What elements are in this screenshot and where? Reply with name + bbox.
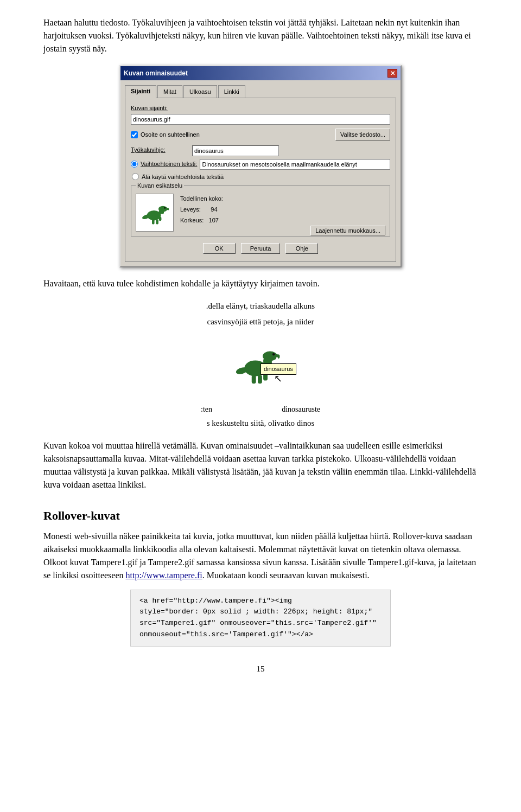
dino-preview-svg: [140, 198, 170, 228]
dialog-tab-content: Kuvan sijainti: Osoite on suhteellinen V…: [125, 98, 396, 263]
code-line-1: <a href="http://www.tampere.fi"><img: [139, 596, 382, 607]
help-button[interactable]: Ohje: [285, 243, 318, 254]
code-line-2: style="border: 0px solid ; width: 226px;…: [139, 606, 382, 618]
code-line-3: src="Tampere1.gif" onmouseover="this.src…: [139, 618, 382, 629]
tab-ulkoasu[interactable]: Ulkoasu: [183, 85, 217, 98]
dialog-close-button[interactable]: ✕: [387, 69, 397, 78]
ok-button[interactable]: OK: [203, 243, 236, 254]
dino-scene-left: :ten: [201, 404, 212, 415]
tooltip-row: Työkaluvihje:: [131, 145, 390, 156]
svg-rect-17: [258, 375, 262, 383]
alt-text-row: Vaihtoehtoinen teksti:: [131, 159, 390, 170]
preview-groupbox: Kuvan esikatselu: [131, 186, 390, 236]
tooltip-input[interactable]: [192, 145, 279, 156]
svg-rect-6: [152, 219, 155, 224]
dialog-tabs: Sijainti Mitat Ulkoasu Linkki: [125, 85, 396, 98]
location-label-text: Kuvan sijainti:: [131, 105, 168, 111]
svg-rect-3: [158, 210, 163, 214]
no-alt-radio[interactable]: [132, 173, 139, 180]
dino-big-container: dinosaurus ↖: [206, 331, 315, 401]
relative-url-label: Osoite on suhteellinen: [141, 130, 200, 139]
code-block: <a href="http://www.tampere.fi"><img sty…: [130, 590, 391, 647]
svg-rect-7: [156, 219, 158, 224]
dialog-wrapper: Kuvan ominaisuudet ✕ Sijainti Mitat Ulko…: [43, 65, 478, 267]
location-label: Kuvan sijainti:: [131, 104, 390, 113]
height-label: Korkeus:: [180, 217, 204, 223]
svg-rect-5: [158, 216, 161, 220]
relative-url-checkbox[interactable]: [131, 131, 138, 138]
dialog-title: Kuvan ominaisuudet: [124, 68, 188, 78]
alt-text-input[interactable]: [200, 159, 390, 170]
kuvan-koko-paragraph: Kuvan kokoa voi muuttaa hiirellä vetämäl…: [43, 439, 478, 491]
tooltip-label-underline: Työkaluvihje:: [131, 146, 166, 153]
location-input[interactable]: [131, 114, 390, 125]
relative-url-checkbox-row: Osoite on suhteellinen: [131, 130, 200, 139]
svg-rect-9: [167, 210, 168, 212]
code-line-4: onmouseout="this.src='Tampere1.gif'"></a…: [139, 629, 382, 641]
preview-info: Todellinen koko: Leveys: 94 Korkeus:: [180, 194, 385, 226]
tab-sijainti[interactable]: Sijainti: [125, 85, 156, 98]
intro-paragraph: Haetaan haluttu tiedosto. Työkaluvihjeen…: [43, 16, 478, 55]
preview-area: Todellinen koko: Leveys: 94 Korkeus:: [136, 194, 385, 232]
image-properties-dialog: Kuvan ominaisuudet ✕ Sijainti Mitat Ulko…: [119, 65, 402, 267]
dialog-body: Sijainti Mitat Ulkoasu Linkki Kuvan sija…: [120, 80, 401, 266]
svg-point-18: [272, 353, 275, 356]
width-row: Leveys: 94: [180, 204, 385, 215]
rollover-heading: Rollover-kuvat: [43, 507, 478, 525]
real-size-label: Todellinen koko:: [180, 194, 385, 204]
cancel-button[interactable]: Peruuta: [241, 243, 281, 254]
dino-scene-right: dinosauruste: [282, 404, 320, 415]
dino-scene-bottom: s keskusteltu siitä, olivatko dinos: [207, 417, 315, 430]
tab-mitat[interactable]: Mitat: [157, 85, 182, 98]
tab-linkki[interactable]: Linkki: [218, 85, 245, 98]
preview-right: Todellinen koko: Leveys: 94 Korkeus:: [180, 194, 385, 232]
dialog-buttons: OK Peruuta Ohje: [131, 243, 390, 256]
tampere-link[interactable]: http://www.tampere.fi: [126, 571, 202, 580]
tooltip-label: Työkaluvihje:: [131, 145, 188, 155]
dialog-titlebar: Kuvan ominaisuudet ✕: [120, 66, 401, 80]
dino-scene: .della elänyt, triaskaudella alkuns casv…: [43, 300, 478, 430]
after-dialog-paragraph: Havaitaan, että kuva tulee kohdistimen k…: [43, 277, 478, 290]
dino-scene-line2: casvinsyöjiä että petoja, ja niider: [207, 316, 314, 328]
choose-file-button[interactable]: Valitse tiedosto...: [335, 129, 390, 140]
height-row: Korkeus: 107: [180, 215, 385, 226]
preview-groupbox-label: Kuvan esikatselu: [136, 181, 184, 190]
rollover-para1-end: . Muokataan koodi seuraavan kuvan mukais…: [202, 571, 370, 580]
dino-scene-sides: :ten dinosauruste: [201, 404, 320, 415]
checkbox-and-choose-row: Osoite on suhteellinen Valitse tiedosto.…: [131, 127, 390, 142]
location-row: [131, 114, 390, 125]
svg-point-8: [164, 207, 166, 208]
width-value: 94: [211, 206, 217, 213]
svg-rect-19: [276, 357, 278, 360]
height-value: 107: [209, 217, 219, 223]
cursor-icon: ↖: [274, 372, 282, 386]
alt-text-radio-label: Vaihtoehtoinen teksti:: [141, 159, 197, 169]
preview-image-box: [136, 194, 174, 232]
no-alt-row: Älä käytä vaihtoehtoista tekstiä: [132, 172, 390, 182]
svg-rect-16: [252, 375, 256, 383]
rollover-paragraph: Monesti web-sivuilla näkee painikkeita t…: [43, 530, 478, 582]
dino-scene-line1: .della elänyt, triaskaudella alkuns: [206, 300, 315, 312]
page-number: 15: [43, 663, 478, 675]
no-alt-label: Älä käytä vaihtoehtoista tekstiä: [142, 172, 224, 182]
advanced-edit-button[interactable]: Laajennettu muokkaus...: [310, 226, 385, 235]
width-label: Leveys:: [180, 206, 201, 213]
alt-text-radio[interactable]: [131, 161, 138, 168]
